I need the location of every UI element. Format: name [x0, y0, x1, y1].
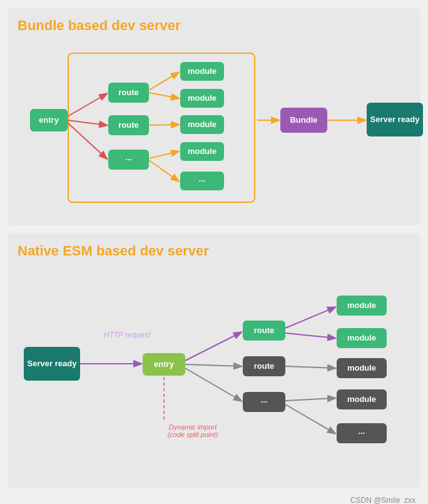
http-request-label: HTTP request [104, 331, 150, 339]
route-b1-box: route [243, 321, 285, 341]
mod-b2-box: module [337, 328, 387, 348]
server-ready-bottom: Server ready [24, 347, 80, 381]
svg-line-13 [185, 364, 241, 366]
mod-b3-box: module [337, 358, 387, 378]
route1-box: route [108, 83, 149, 103]
route2-box: route [108, 115, 149, 135]
bundle-title: Bundle based dev server [18, 18, 410, 34]
mod-b1-box: module [337, 296, 387, 316]
dots2-box: ··· [180, 172, 224, 190]
mod3-box: module [180, 115, 224, 134]
svg-line-18 [285, 398, 335, 401]
page-wrapper: Bundle based dev server [0, 0, 428, 504]
svg-line-19 [285, 404, 335, 433]
svg-line-17 [285, 366, 335, 368]
mod2-box: module [180, 89, 224, 108]
dynamic-import-label: Dynamic import (code split point) [155, 423, 230, 438]
mod4-box: module [180, 142, 224, 161]
esm-title: Native ESM based dev server [18, 243, 410, 259]
svg-line-16 [285, 333, 335, 338]
mod-b4-box: module [337, 389, 387, 409]
bundle-inner-box [68, 53, 255, 203]
dots-b2-box: ··· [337, 423, 387, 443]
http-text: HTTP request [104, 331, 150, 339]
svg-line-14 [185, 368, 241, 401]
dots1-box: ··· [108, 150, 149, 170]
watermark: CSDN @Smile_zxx [8, 496, 420, 504]
esm-section: Native ESM based dev server [8, 233, 420, 488]
bundle-section: Bundle based dev server [8, 8, 420, 225]
svg-line-12 [185, 332, 241, 361]
esm-diagram: HTTP request Dynamic import (code split … [18, 265, 410, 478]
mod1-box: module [180, 62, 224, 81]
dots-b-box: ··· [243, 392, 285, 412]
server-ready-top: Server ready [367, 103, 423, 136]
svg-line-15 [285, 307, 335, 328]
bundle-box: Bundle [280, 108, 327, 133]
dynamic-text: Dynamic import (code split point) [155, 423, 230, 438]
bundle-diagram: entry route route ··· module module modu… [18, 40, 410, 215]
entry-bottom: entry [143, 353, 185, 376]
entry-box: entry [30, 109, 68, 131]
route-b2-box: route [243, 356, 285, 376]
